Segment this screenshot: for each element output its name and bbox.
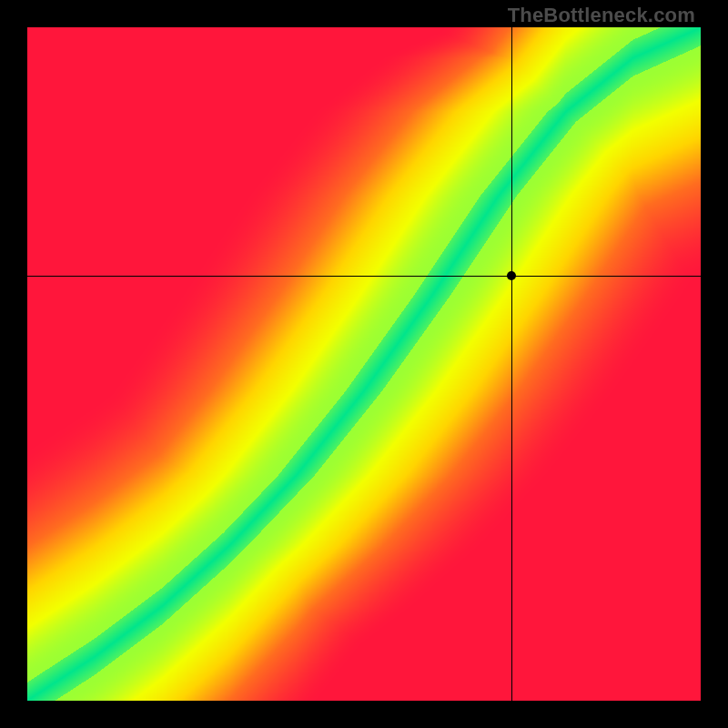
chart-frame: TheBottleneck.com	[0, 0, 728, 728]
crosshair-vertical	[511, 27, 512, 701]
crosshair-horizontal	[27, 276, 701, 277]
watermark-text: TheBottleneck.com	[508, 4, 695, 27]
heatmap-canvas	[27, 27, 701, 701]
crosshair-marker	[507, 271, 516, 280]
